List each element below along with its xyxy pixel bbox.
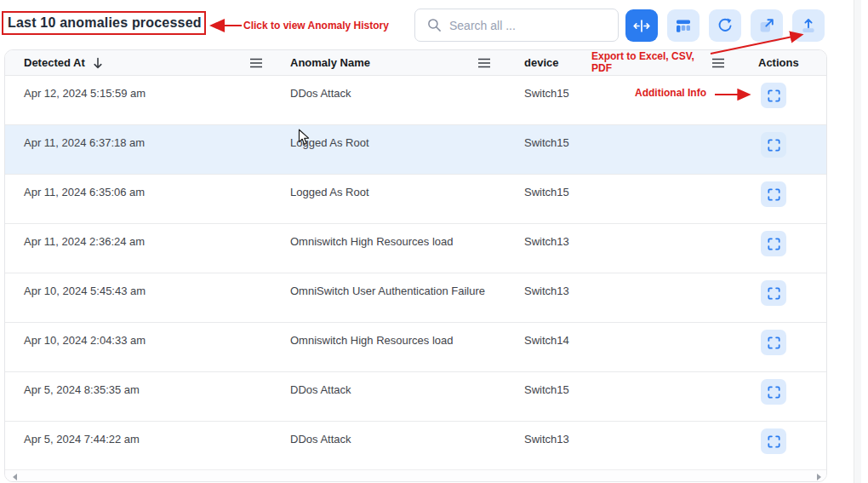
column-menu-icon[interactable] bbox=[711, 58, 725, 68]
column-label: Anomaly Name bbox=[290, 56, 370, 69]
column-label: device bbox=[524, 56, 558, 69]
open-external-button[interactable] bbox=[751, 9, 783, 42]
cell-anomaly-name: Logged As Root bbox=[271, 175, 503, 223]
table-row[interactable]: Apr 5, 2024 8:35:35 am DDos Attack Switc… bbox=[5, 372, 826, 422]
fit-columns-icon bbox=[632, 19, 651, 33]
column-chooser-button[interactable] bbox=[667, 9, 700, 42]
table-row[interactable]: Apr 10, 2024 2:04:33 am Omniswitch High … bbox=[5, 323, 826, 372]
table-row[interactable]: Apr 5, 2024 7:44:22 am DDos Attack Switc… bbox=[5, 422, 826, 471]
table-row[interactable]: Apr 10, 2024 5:45:43 am OmniSwitch User … bbox=[5, 273, 826, 323]
table-row[interactable]: Apr 12, 2024 5:15:59 am DDos Attack Swit… bbox=[5, 76, 826, 125]
annotation-title-note: Click to view Anomaly History bbox=[243, 20, 389, 32]
cell-detected-at: Apr 11, 2024 2:36:24 am bbox=[5, 224, 271, 273]
additional-info-button[interactable] bbox=[761, 132, 786, 158]
anomaly-history-title-box[interactable]: Last 10 anomalies processed bbox=[2, 11, 206, 35]
annotation-info-note: Additional Info bbox=[635, 88, 706, 100]
horizontal-scrollbar[interactable] bbox=[5, 469, 826, 481]
expand-icon bbox=[768, 386, 780, 399]
table-row-highlighted[interactable]: Apr 11, 2024 6:37:18 am Logged As Root S… bbox=[5, 125, 826, 175]
scroll-left-icon[interactable] bbox=[13, 474, 17, 480]
cell-device: Switch15 bbox=[503, 76, 737, 124]
additional-info-button[interactable] bbox=[761, 231, 786, 256]
additional-info-button[interactable] bbox=[761, 181, 786, 207]
cell-device: Switch13 bbox=[503, 273, 737, 322]
column-header-actions: Actions bbox=[737, 56, 826, 69]
export-icon bbox=[800, 17, 817, 34]
column-label: Actions bbox=[758, 56, 799, 69]
cell-detected-at: Apr 10, 2024 5:45:43 am bbox=[5, 273, 271, 322]
cell-anomaly-name: Logged As Root bbox=[271, 125, 503, 174]
annotation-export-note: Export to Excel, CSV, PDF bbox=[591, 51, 712, 74]
additional-info-button[interactable] bbox=[761, 428, 786, 454]
refresh-button[interactable] bbox=[709, 9, 741, 42]
expand-icon bbox=[768, 139, 780, 152]
cell-device: Switch15 bbox=[503, 175, 737, 223]
scroll-right-icon[interactable] bbox=[817, 474, 821, 480]
cell-device: Switch13 bbox=[503, 224, 737, 273]
column-header-anomaly-name[interactable]: Anomaly Name bbox=[271, 56, 503, 69]
table-row[interactable]: Apr 11, 2024 2:36:24 am Omniswitch High … bbox=[5, 224, 826, 273]
cell-anomaly-name: DDos Attack bbox=[271, 422, 503, 470]
open-external-icon bbox=[758, 17, 775, 34]
column-header-detected-at[interactable]: Detected At bbox=[5, 56, 271, 69]
cell-device: Switch15 bbox=[503, 125, 737, 174]
sort-desc-icon[interactable] bbox=[93, 57, 103, 69]
additional-info-button[interactable] bbox=[761, 379, 786, 405]
search-box[interactable] bbox=[414, 9, 619, 42]
page-vertical-scrollbar[interactable] bbox=[854, 0, 861, 483]
fit-columns-button[interactable] bbox=[625, 9, 658, 42]
cell-device: Switch13 bbox=[503, 422, 737, 470]
cell-detected-at: Apr 12, 2024 5:15:59 am bbox=[5, 76, 271, 124]
cell-device: Switch15 bbox=[503, 372, 737, 421]
cell-detected-at: Apr 11, 2024 6:35:06 am bbox=[5, 175, 271, 223]
export-button[interactable] bbox=[792, 9, 825, 42]
expand-icon bbox=[768, 336, 780, 349]
page-title[interactable]: Last 10 anomalies processed bbox=[8, 15, 202, 31]
expand-icon bbox=[768, 188, 780, 201]
search-icon bbox=[427, 18, 442, 32]
column-menu-icon[interactable] bbox=[249, 58, 263, 68]
cell-device: Switch14 bbox=[503, 323, 737, 371]
anomalies-table: Detected At Anomaly Name device Actions … bbox=[4, 49, 827, 482]
expand-icon bbox=[768, 238, 780, 250]
columns-icon bbox=[675, 18, 692, 34]
cell-detected-at: Apr 5, 2024 8:35:35 am bbox=[5, 372, 271, 421]
additional-info-button[interactable] bbox=[761, 330, 786, 355]
cell-detected-at: Apr 11, 2024 6:37:18 am bbox=[5, 125, 271, 174]
column-menu-icon[interactable] bbox=[477, 58, 491, 68]
cell-anomaly-name: DDos Attack bbox=[271, 372, 503, 421]
additional-info-button[interactable] bbox=[761, 83, 786, 108]
table-row[interactable]: Apr 11, 2024 6:35:06 am Logged As Root S… bbox=[5, 175, 826, 224]
cell-anomaly-name: DDos Attack bbox=[271, 76, 503, 124]
column-label: Detected At bbox=[24, 56, 85, 69]
search-input[interactable] bbox=[449, 19, 609, 32]
expand-icon bbox=[768, 435, 780, 448]
refresh-icon bbox=[717, 17, 734, 34]
expand-icon bbox=[768, 287, 780, 300]
additional-info-button[interactable] bbox=[761, 280, 786, 306]
expand-icon bbox=[768, 89, 780, 102]
cell-anomaly-name: OmniSwitch User Authentication Failure bbox=[271, 273, 503, 322]
cell-detected-at: Apr 10, 2024 2:04:33 am bbox=[5, 323, 271, 371]
cell-anomaly-name: Omniswitch High Resources load bbox=[271, 323, 503, 371]
cell-anomaly-name: Omniswitch High Resources load bbox=[271, 224, 503, 273]
cell-detected-at: Apr 5, 2024 7:44:22 am bbox=[5, 422, 271, 470]
